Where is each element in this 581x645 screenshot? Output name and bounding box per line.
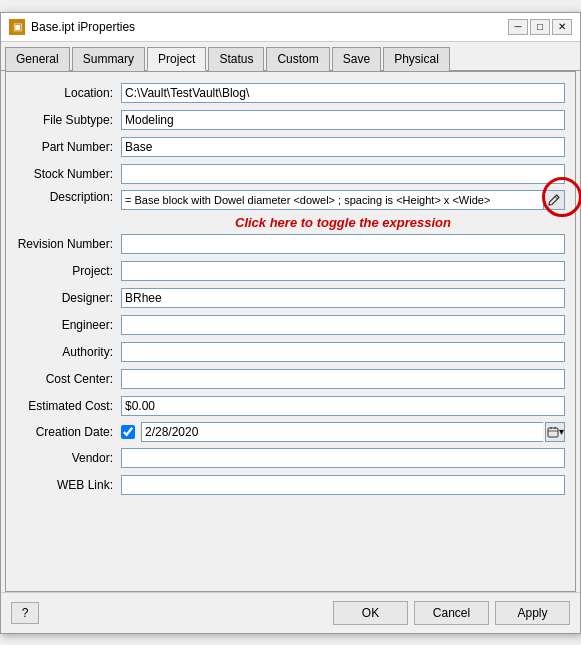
form-content: Location: File Subtype: Part Number: Sto…: [5, 71, 576, 592]
footer: ? OK Cancel Apply: [1, 592, 580, 633]
description-input[interactable]: [121, 190, 543, 210]
file-subtype-field: [121, 110, 565, 130]
creation-date-input[interactable]: [141, 422, 543, 442]
creation-date-label: Creation Date:: [16, 425, 121, 439]
project-label: Project:: [16, 264, 121, 278]
estimated-cost-input[interactable]: [121, 396, 565, 416]
title-buttons: ─ □ ✕: [508, 19, 572, 35]
tab-custom[interactable]: Custom: [266, 47, 329, 71]
cancel-button[interactable]: Cancel: [414, 601, 489, 625]
designer-input[interactable]: [121, 288, 565, 308]
help-button[interactable]: ?: [11, 602, 39, 624]
file-subtype-label: File Subtype:: [16, 113, 121, 127]
estimated-cost-row: Estimated Cost:: [16, 395, 565, 417]
authority-input[interactable]: [121, 342, 565, 362]
minimize-button[interactable]: ─: [508, 19, 528, 35]
expression-toggle-button[interactable]: [543, 190, 565, 210]
engineer-field: [121, 315, 565, 335]
vendor-field: [121, 448, 565, 468]
file-subtype-input[interactable]: [121, 110, 565, 130]
app-icon: ▣: [9, 19, 25, 35]
revision-input[interactable]: [121, 234, 565, 254]
edit-icon: [548, 194, 560, 206]
stock-number-row: Stock Number:: [16, 163, 565, 185]
web-link-field: [121, 475, 565, 495]
revision-row: Revision Number:: [16, 233, 565, 255]
location-field: [121, 83, 565, 103]
location-label: Location:: [16, 86, 121, 100]
date-picker-button[interactable]: ▾: [545, 422, 565, 442]
stock-number-field: [121, 164, 565, 184]
close-button[interactable]: ✕: [552, 19, 572, 35]
ok-button[interactable]: OK: [333, 601, 408, 625]
maximize-button[interactable]: □: [530, 19, 550, 35]
tab-save[interactable]: Save: [332, 47, 381, 71]
authority-row: Authority:: [16, 341, 565, 363]
web-link-input[interactable]: [121, 475, 565, 495]
help-label: ?: [22, 606, 29, 620]
engineer-label: Engineer:: [16, 318, 121, 332]
title-bar: ▣ Base.ipt iProperties ─ □ ✕: [1, 13, 580, 42]
designer-row: Designer:: [16, 287, 565, 309]
location-input[interactable]: [121, 83, 565, 103]
part-number-row: Part Number:: [16, 136, 565, 158]
location-row: Location:: [16, 82, 565, 104]
vendor-input[interactable]: [121, 448, 565, 468]
estimated-cost-field: [121, 396, 565, 416]
web-link-label: WEB Link:: [16, 478, 121, 492]
svg-line-0: [555, 196, 558, 199]
project-row: Project:: [16, 260, 565, 282]
tab-project[interactable]: Project: [147, 47, 206, 71]
project-input[interactable]: [121, 261, 565, 281]
stock-number-input[interactable]: [121, 164, 565, 184]
description-field-wrapper: [121, 190, 565, 210]
part-number-field: [121, 137, 565, 157]
apply-label: Apply: [517, 606, 547, 620]
date-picker-wrapper: ▾: [545, 422, 565, 442]
designer-field: [121, 288, 565, 308]
tab-physical[interactable]: Physical: [383, 47, 450, 71]
authority-label: Authority:: [16, 345, 121, 359]
tab-summary[interactable]: Summary: [72, 47, 145, 71]
cost-center-input[interactable]: [121, 369, 565, 389]
creation-date-field-wrapper: ▾: [121, 422, 565, 442]
window-title: Base.ipt iProperties: [31, 20, 135, 34]
content-spacer: [16, 501, 565, 581]
stock-number-label: Stock Number:: [16, 167, 121, 181]
cost-center-row: Cost Center:: [16, 368, 565, 390]
title-bar-left: ▣ Base.ipt iProperties: [9, 19, 135, 35]
svg-rect-1: [548, 428, 558, 437]
ok-label: OK: [362, 606, 379, 620]
tab-status[interactable]: Status: [208, 47, 264, 71]
file-subtype-row: File Subtype:: [16, 109, 565, 131]
authority-field: [121, 342, 565, 362]
tabs-bar: General Summary Project Status Custom Sa…: [1, 42, 580, 71]
footer-buttons: OK Cancel Apply: [333, 601, 570, 625]
cancel-label: Cancel: [433, 606, 470, 620]
tab-general[interactable]: General: [5, 47, 70, 71]
creation-date-checkbox[interactable]: [121, 425, 135, 439]
part-number-label: Part Number:: [16, 140, 121, 154]
engineer-row: Engineer:: [16, 314, 565, 336]
vendor-row: Vendor:: [16, 447, 565, 469]
apply-button[interactable]: Apply: [495, 601, 570, 625]
calendar-icon: [547, 426, 559, 438]
toggle-expression-hint: Click here to toggle the expression: [121, 215, 565, 230]
estimated-cost-label: Estimated Cost:: [16, 399, 121, 413]
cost-center-field: [121, 369, 565, 389]
cost-center-label: Cost Center:: [16, 372, 121, 386]
part-number-input[interactable]: [121, 137, 565, 157]
designer-label: Designer:: [16, 291, 121, 305]
web-link-row: WEB Link:: [16, 474, 565, 496]
description-row: Description:: [16, 190, 565, 210]
revision-label: Revision Number:: [16, 237, 121, 251]
revision-field: [121, 234, 565, 254]
creation-date-row: Creation Date: ▾: [16, 422, 565, 442]
description-label: Description:: [16, 190, 121, 204]
main-window: ▣ Base.ipt iProperties ─ □ ✕ General Sum…: [0, 12, 581, 634]
engineer-input[interactable]: [121, 315, 565, 335]
vendor-label: Vendor:: [16, 451, 121, 465]
project-field: [121, 261, 565, 281]
